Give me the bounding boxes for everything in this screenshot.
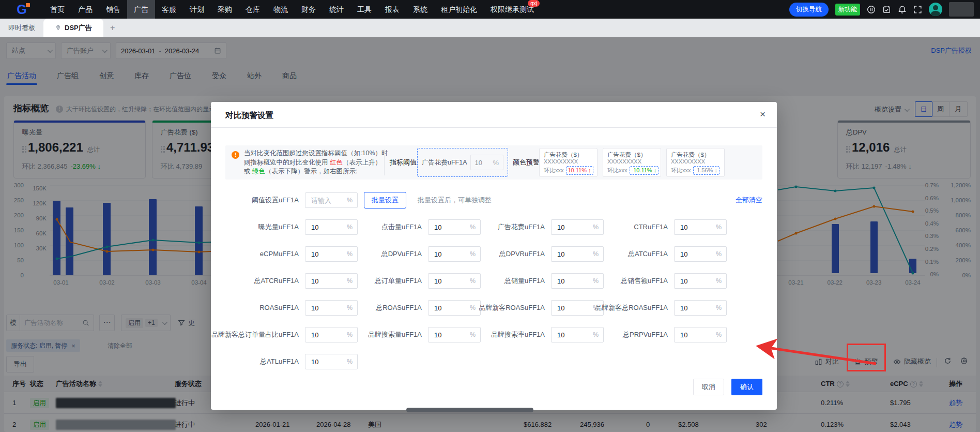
bell-icon[interactable] (898, 5, 907, 14)
calendar-check-icon[interactable] (882, 5, 891, 14)
confirm-button[interactable]: 确认 (731, 379, 762, 395)
alert-text: 当对比变化范围超过您设置指标阈值（如:10%）时 则指标概览中的对比变化使用 红… (244, 149, 388, 176)
expand-icon[interactable] (913, 5, 922, 14)
color-alert-label: 颜色预警 (513, 158, 540, 167)
threshold-value-input[interactable] (310, 304, 337, 312)
menu-item[interactable]: 产品 (71, 0, 99, 19)
threshold-field: 总ATL% (216, 353, 358, 370)
bulk-threshold-row: 阈值设置 % 批量设置 批量设置后，可单独调整 全部清空 (211, 192, 777, 208)
threshold-field: 品牌新客ROAS% (462, 300, 604, 316)
menu-item[interactable]: 首页 (43, 0, 71, 19)
threshold-field: 广告花费% (462, 219, 604, 235)
threshold-value-input[interactable] (310, 223, 337, 232)
app-screen: G 首页产品销售广告客服计划采购仓库物流财务统计工具报表系统租户初始化权限继承测… (0, 0, 980, 432)
threshold-value-input[interactable] (433, 223, 460, 232)
threshold-value-input[interactable] (433, 304, 460, 312)
threshold-field-label: 总ATCR (254, 273, 299, 289)
user-avatar[interactable] (929, 3, 942, 16)
threshold-field-label: 点击量 (381, 219, 422, 235)
threshold-input: % (674, 246, 727, 262)
vertical-divider (384, 150, 385, 175)
threshold-field: 总DPV% (339, 246, 481, 262)
threshold-value-input[interactable] (310, 277, 337, 286)
modal-header: 对比预警设置 × (211, 102, 777, 128)
threshold-value-input[interactable] (310, 357, 337, 366)
threshold-field-label: 总PRPV (623, 326, 668, 343)
menu-item[interactable]: 统计 (323, 0, 350, 19)
threshold-field-label: ROAS (259, 300, 299, 316)
threshold-field-label: 总DPVR (499, 246, 545, 262)
threshold-value-input[interactable] (679, 277, 706, 286)
bulk-label: 阈值设置 (211, 192, 299, 208)
menu-item[interactable]: 财务 (295, 0, 323, 19)
tab-dashboard[interactable]: 即时看板 (0, 19, 43, 37)
threshold-value-input[interactable] (310, 250, 337, 259)
threshold-field: 总销售额% (585, 273, 727, 289)
pause-circle-icon[interactable] (867, 5, 876, 14)
add-tab-button[interactable]: + (103, 19, 122, 37)
menu-item[interactable]: 计划 (183, 0, 211, 19)
threshold-value-input[interactable] (556, 331, 583, 339)
threshold-field: 点击量% (339, 219, 481, 235)
threshold-row: ROAS%总ROAS%品牌新客ROAS%品牌新客总ROAS% (211, 300, 777, 316)
threshold-field-label: 总ATC (628, 246, 668, 262)
percent-suffix: % (347, 358, 353, 365)
threshold-value-input[interactable] (556, 277, 583, 286)
threshold-value-input[interactable] (433, 331, 460, 339)
threshold-value-input[interactable] (556, 304, 583, 312)
warning-icon: ! (232, 151, 239, 159)
threshold-value-input[interactable] (433, 277, 460, 286)
menu-item[interactable]: 物流 (267, 0, 295, 19)
threshold-value-input[interactable] (433, 250, 460, 259)
menu-item[interactable]: 采购 (211, 0, 239, 19)
threshold-row: 曝光量%点击量%广告花费%CTR% (211, 219, 777, 235)
menu-item[interactable]: 客服 (155, 0, 183, 19)
percent-suffix: % (716, 304, 722, 311)
clear-all-link[interactable]: 全部清空 (736, 192, 762, 208)
menu-item[interactable]: 工具 (350, 0, 378, 19)
menu-item[interactable]: 仓库 (239, 0, 267, 19)
percent-suffix: % (716, 331, 722, 338)
threshold-value-input[interactable] (679, 331, 706, 339)
threshold-value-input[interactable] (310, 331, 337, 339)
tab-dsp-ads[interactable]: DSP广告 (43, 19, 103, 37)
horizontal-scrollbar-thumb[interactable] (406, 408, 533, 412)
bulk-input[interactable] (310, 196, 337, 205)
username-redacted[interactable] (949, 2, 974, 17)
threshold-field-label: 广告花费 (498, 219, 545, 235)
menu-item[interactable]: 报表 (378, 0, 406, 19)
threshold-value-input[interactable] (556, 223, 583, 232)
threshold-value-input[interactable] (556, 250, 583, 259)
threshold-field-label: 品牌搜索率 (491, 326, 545, 343)
app-logo[interactable]: G (0, 0, 43, 19)
threshold-field: 总DPVR% (462, 246, 604, 262)
threshold-row: 品牌新客总订单量占比%品牌搜索量%品牌搜索率%总PRPV% (211, 326, 777, 343)
percent-suffix: % (716, 224, 722, 231)
bulk-hint: 批量设置后，可单独调整 (418, 192, 492, 208)
modal-title: 对比预警设置 (225, 110, 273, 121)
percent-suffix: % (716, 250, 722, 258)
threshold-field: CTR% (585, 219, 727, 235)
threshold-value-input[interactable] (679, 304, 706, 312)
threshold-field-label: 总销售额 (621, 273, 668, 289)
menu-item[interactable]: 权限继承测试qxj (484, 0, 541, 19)
switch-nav-button[interactable]: 切换导航 (789, 3, 829, 17)
close-icon[interactable]: × (760, 109, 765, 120)
menu-item[interactable]: 租户初始化 (434, 0, 484, 19)
threshold-field: 总ATCR% (216, 273, 358, 289)
cancel-button[interactable]: 取消 (693, 379, 724, 395)
threshold-field-label: 品牌新客ROAS (479, 300, 545, 316)
threshold-field-label: eCPM (260, 246, 299, 262)
threshold-field: ROAS% (216, 300, 358, 316)
threshold-field-label: 品牌搜索量 (368, 326, 422, 343)
logo-g-icon: G (17, 0, 26, 19)
menu-item[interactable]: 销售 (99, 0, 127, 19)
threshold-value-input[interactable] (679, 250, 706, 259)
top-navigation-bar: G 首页产品销售广告客服计划采购仓库物流财务统计工具报表系统租户初始化权限继承测… (0, 0, 980, 19)
threshold-input: % (674, 327, 727, 342)
bulk-set-button[interactable]: 批量设置 (364, 192, 406, 208)
threshold-value-input[interactable] (679, 223, 706, 232)
menu-item[interactable]: 广告 (127, 0, 155, 19)
menu-item[interactable]: 系统 (406, 0, 434, 19)
new-feature-badge[interactable]: 新功能 (835, 4, 860, 16)
